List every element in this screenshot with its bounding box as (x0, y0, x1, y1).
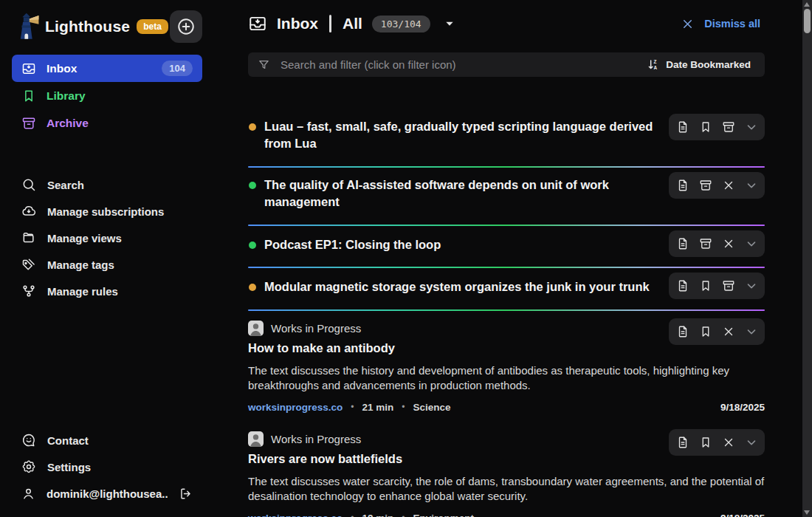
bookmark-button[interactable] (694, 274, 717, 298)
header-divider (329, 15, 331, 32)
sidebar-item-library[interactable]: Library (12, 82, 202, 109)
search-bar: Date Bookmarked (248, 52, 765, 77)
chevron-down-icon (745, 237, 758, 250)
unread-dot (249, 182, 256, 189)
account-row: dominik@lighthousea... (12, 480, 202, 507)
source-domain-link[interactable]: worksinprogress.co (248, 513, 343, 517)
read-time: 19 min (362, 513, 394, 517)
open-article-button[interactable] (671, 232, 694, 256)
bookmark-button[interactable] (694, 115, 717, 139)
meta-separator: • (402, 513, 405, 517)
sidebar-item-manage-rules[interactable]: Manage rules (12, 278, 202, 304)
list-item: Works in Progress How to make an antibod… (248, 311, 765, 422)
logout-button[interactable] (179, 487, 193, 501)
close-icon (722, 237, 735, 250)
view-filter-label[interactable]: All (343, 15, 362, 32)
expand-button[interactable] (740, 232, 763, 256)
close-icon (722, 325, 735, 338)
inbox-icon (21, 61, 36, 76)
inbox-count-badge: 104 (162, 61, 193, 76)
item-actions (669, 318, 765, 345)
main-panel: Inbox All 103/104 Dismiss all Date Bookm… (214, 0, 812, 517)
item-tag: Environment (413, 513, 474, 517)
chevron-down-icon (745, 325, 758, 338)
sidebar-item-label: Archive (47, 117, 89, 130)
item-actions (669, 429, 765, 456)
close-icon (681, 17, 695, 31)
unread-dot (249, 284, 256, 291)
expand-button[interactable] (740, 431, 763, 454)
item-actions (669, 273, 765, 299)
open-article-button[interactable] (671, 274, 694, 298)
archive-button[interactable] (717, 274, 740, 298)
dismiss-button[interactable] (717, 320, 740, 343)
gear-icon (21, 459, 36, 474)
sidebar-item-label: Manage tags (47, 258, 114, 271)
file-text-icon (676, 325, 689, 338)
bookmark-icon (699, 436, 712, 449)
expand-button[interactable] (740, 115, 763, 139)
sort-button[interactable]: Date Bookmarked (642, 58, 755, 72)
dismiss-button[interactable] (717, 174, 740, 197)
expand-button[interactable] (740, 274, 763, 298)
sidebar-item-inbox[interactable]: Inbox 104 (12, 55, 202, 82)
item-summary: The text discusses water scarcity, the r… (248, 474, 765, 504)
sidebar-item-manage-tags[interactable]: Manage tags (12, 251, 202, 278)
add-item-button[interactable] (170, 10, 202, 43)
open-article-button[interactable] (671, 115, 694, 139)
open-article-button[interactable] (671, 174, 694, 197)
scrollbar-down-arrow[interactable] (804, 510, 810, 515)
caret-down-icon (444, 18, 455, 30)
item-count-pill: 103/104 (372, 16, 430, 32)
scrollbar-thumb[interactable] (804, 9, 811, 33)
expand-button[interactable] (740, 320, 763, 343)
bookmark-icon (699, 279, 712, 292)
search-input[interactable] (279, 58, 642, 72)
dismiss-button[interactable] (717, 431, 740, 454)
bookmark-button[interactable] (694, 431, 717, 454)
item-title[interactable]: The quality of AI-assisted software depe… (264, 177, 667, 211)
expand-button[interactable] (740, 174, 763, 197)
file-text-icon (676, 436, 689, 449)
folder-icon (21, 230, 36, 245)
archive-button[interactable] (694, 174, 717, 197)
item-title[interactable]: Podcast EP1: Closing the loop (264, 236, 441, 253)
scrollbar-up-arrow[interactable] (804, 2, 810, 7)
bookmark-button[interactable] (694, 320, 717, 343)
meta-separator: • (351, 402, 354, 412)
avatar-portrait-icon (248, 431, 264, 447)
item-title[interactable]: Luau – fast, small, safe, gradually type… (264, 118, 667, 153)
archive-button[interactable] (694, 232, 717, 256)
view-dropdown-button[interactable] (441, 15, 458, 32)
open-article-button[interactable] (671, 320, 694, 343)
dismiss-all-button[interactable]: Dismiss all (676, 16, 765, 32)
sidebar-item-search[interactable]: Search (12, 171, 202, 198)
scrollbar-track[interactable] (802, 0, 812, 517)
sidebar-item-manage-views[interactable]: Manage views (12, 225, 202, 251)
filter-funnel-icon[interactable] (258, 58, 270, 71)
sidebar-item-manage-subscriptions[interactable]: Manage subscriptions (12, 198, 202, 225)
meta-separator: • (351, 513, 354, 517)
dismiss-button[interactable] (717, 232, 740, 256)
item-date: 9/18/2025 (720, 513, 765, 517)
sidebar-tools: Search Manage subscriptions Manage views… (12, 171, 202, 304)
sidebar-item-label: Inbox (47, 62, 77, 75)
sidebar-item-archive[interactable]: Archive (12, 109, 202, 137)
main-header: Inbox All 103/104 Dismiss all (248, 10, 765, 37)
file-text-icon (676, 120, 689, 134)
plus-circle-icon (176, 17, 196, 36)
source-domain-link[interactable]: worksinprogress.co (248, 402, 343, 413)
item-title[interactable]: Modular magnetic storage system organize… (264, 278, 650, 295)
open-article-button[interactable] (671, 431, 694, 454)
item-summary: The text discusses the history and devel… (248, 363, 765, 394)
source-name: Works in Progress (271, 322, 361, 335)
list-item: Podcast EP1: Closing the loop (248, 226, 765, 268)
sidebar-item-settings[interactable]: Settings (12, 453, 202, 480)
archive-button[interactable] (717, 115, 740, 139)
sort-label: Date Bookmarked (666, 59, 751, 70)
sidebar-item-contact[interactable]: Contact (12, 427, 202, 453)
item-date: 9/18/2025 (720, 402, 765, 413)
bookmark-icon (699, 325, 712, 338)
dismiss-all-label: Dismiss all (704, 18, 760, 30)
bookmark-icon (21, 89, 36, 103)
